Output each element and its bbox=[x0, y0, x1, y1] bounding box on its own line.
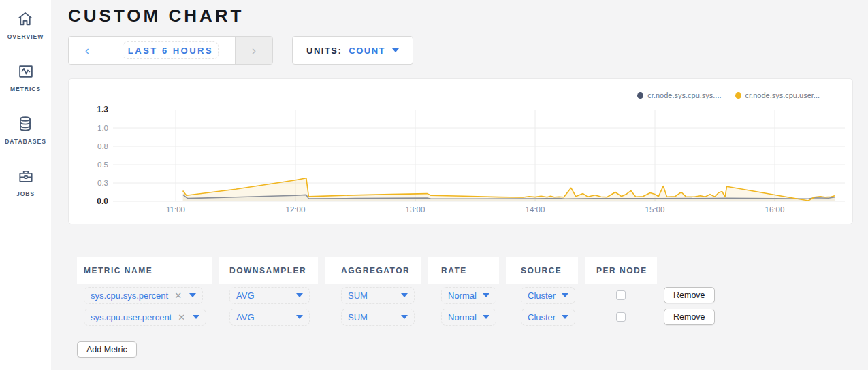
svg-text:0.5: 0.5 bbox=[97, 161, 108, 169]
svg-text:12:00: 12:00 bbox=[286, 205, 306, 214]
sidebar-item-label: OVERVIEW bbox=[7, 33, 44, 40]
source-select[interactable]: Cluster bbox=[506, 306, 578, 328]
column-header-source: SOURCE bbox=[506, 257, 578, 284]
svg-text:16:00: 16:00 bbox=[765, 205, 785, 214]
svg-text:0.8: 0.8 bbox=[97, 142, 108, 150]
sidebar-item-metrics[interactable]: METRICS bbox=[10, 62, 41, 92]
svg-text:0.0: 0.0 bbox=[97, 197, 108, 206]
metrics-icon bbox=[16, 62, 35, 81]
clear-metric-icon[interactable]: ✕ bbox=[178, 312, 185, 322]
database-icon bbox=[16, 114, 35, 133]
sidebar-item-jobs[interactable]: JOBS bbox=[16, 167, 35, 197]
per-node-checkbox[interactable] bbox=[616, 290, 626, 300]
units-dropdown[interactable]: UNITS: COUNT bbox=[292, 36, 413, 65]
chart-panel: 0.00.30.50.81.01.311:0012:0013:0014:0015… bbox=[68, 78, 853, 224]
table-row: sys.cpu.user.percent ✕ AVG SUM bbox=[77, 306, 853, 328]
legend-label: cr.node.sys.cpu.sys.... bbox=[647, 91, 721, 99]
app-window: OVERVIEW METRICS DATABASES bbox=[0, 0, 868, 370]
sidebar-item-databases[interactable]: DATABASES bbox=[5, 114, 46, 145]
per-node-cell bbox=[585, 306, 657, 328]
chevron-down-icon bbox=[296, 293, 303, 297]
series-sys-dot-icon bbox=[637, 92, 643, 99]
metric-name-select[interactable]: sys.cpu.sys.percent ✕ bbox=[77, 284, 212, 306]
chevron-down-icon bbox=[189, 293, 196, 297]
sidebar-item-overview[interactable]: OVERVIEW bbox=[7, 10, 44, 40]
svg-text:14:00: 14:00 bbox=[526, 205, 545, 214]
add-metric-button[interactable]: Add Metric bbox=[77, 341, 137, 358]
main-content: CUSTOM CHART ‹ LAST 6 HOURS › UNITS: COU… bbox=[68, 0, 853, 370]
legend-label: cr.node.sys.cpu.user... bbox=[745, 91, 820, 99]
chevron-down-icon bbox=[483, 315, 489, 319]
remove-button[interactable]: Remove bbox=[664, 287, 715, 303]
source-select[interactable]: Cluster bbox=[506, 284, 578, 306]
chevron-down-icon bbox=[401, 293, 408, 297]
time-next-button[interactable]: › bbox=[235, 37, 272, 64]
table-row: sys.cpu.sys.percent ✕ AVG SUM bbox=[77, 284, 853, 306]
clear-metric-icon[interactable]: ✕ bbox=[174, 290, 182, 301]
svg-text:15:00: 15:00 bbox=[645, 205, 665, 214]
series-user-dot-icon bbox=[735, 92, 741, 99]
page-title: CUSTOM CHART bbox=[68, 5, 853, 27]
svg-text:11:00: 11:00 bbox=[166, 205, 185, 214]
chart-legend: cr.node.sys.cpu.sys.... cr.node.sys.cpu.… bbox=[637, 91, 820, 99]
downsampler-select[interactable]: AVG bbox=[219, 284, 318, 306]
sidebar-item-label: METRICS bbox=[10, 86, 41, 92]
sidebar-item-label: JOBS bbox=[16, 190, 35, 197]
chevron-down-icon bbox=[483, 293, 489, 297]
remove-button[interactable]: Remove bbox=[664, 309, 715, 325]
rate-select[interactable]: Normal bbox=[428, 284, 499, 306]
custom-chart: 0.00.30.50.81.01.311:0012:0013:0014:0015… bbox=[69, 79, 852, 224]
chevron-down-icon bbox=[401, 315, 408, 319]
column-header-metric-name: METRIC NAME bbox=[77, 257, 212, 284]
legend-item[interactable]: cr.node.sys.cpu.sys.... bbox=[637, 91, 721, 99]
time-prev-button[interactable]: ‹ bbox=[69, 37, 106, 64]
home-icon bbox=[16, 10, 35, 29]
briefcase-icon bbox=[16, 167, 35, 186]
metric-name-select[interactable]: sys.cpu.user.percent ✕ bbox=[77, 306, 212, 328]
table-header-row: METRIC NAME DOWNSAMPLER AGGREGATOR RATE … bbox=[77, 257, 853, 284]
chevron-down-icon bbox=[562, 293, 568, 297]
svg-text:13:00: 13:00 bbox=[406, 205, 425, 214]
downsampler-select[interactable]: AVG bbox=[219, 306, 318, 328]
column-header-actions bbox=[664, 257, 745, 284]
chevron-down-icon bbox=[562, 315, 568, 319]
chevron-down-icon bbox=[392, 48, 399, 52]
legend-item[interactable]: cr.node.sys.cpu.user... bbox=[735, 91, 820, 99]
column-header-per-node: PER NODE bbox=[585, 257, 657, 284]
time-window-dropdown[interactable]: LAST 6 HOURS bbox=[106, 37, 235, 64]
column-header-aggregator: AGGREGATOR bbox=[325, 257, 421, 284]
svg-text:0.3: 0.3 bbox=[97, 179, 108, 187]
controls-row: ‹ LAST 6 HOURS › UNITS: COUNT bbox=[68, 36, 853, 65]
per-node-checkbox[interactable] bbox=[616, 312, 626, 322]
chevron-down-icon bbox=[296, 315, 303, 319]
sidebar-item-label: DATABASES bbox=[5, 138, 46, 145]
aggregator-select[interactable]: SUM bbox=[325, 284, 421, 306]
rate-select[interactable]: Normal bbox=[428, 306, 499, 328]
svg-text:1.3: 1.3 bbox=[97, 105, 108, 114]
aggregator-select[interactable]: SUM bbox=[325, 306, 421, 328]
time-window-selector: ‹ LAST 6 HOURS › bbox=[68, 36, 273, 65]
column-header-downsampler: DOWNSAMPLER bbox=[219, 257, 318, 284]
column-header-rate: RATE bbox=[428, 257, 499, 284]
time-window-label: LAST 6 HOURS bbox=[128, 46, 213, 56]
metrics-table: METRIC NAME DOWNSAMPLER AGGREGATOR RATE … bbox=[77, 257, 853, 328]
per-node-cell bbox=[585, 284, 657, 306]
chevron-down-icon bbox=[193, 315, 199, 319]
svg-text:1.0: 1.0 bbox=[97, 124, 108, 132]
units-label: UNITS: bbox=[306, 46, 342, 56]
units-value: COUNT bbox=[349, 46, 385, 56]
sidebar: OVERVIEW METRICS DATABASES bbox=[0, 0, 51, 370]
